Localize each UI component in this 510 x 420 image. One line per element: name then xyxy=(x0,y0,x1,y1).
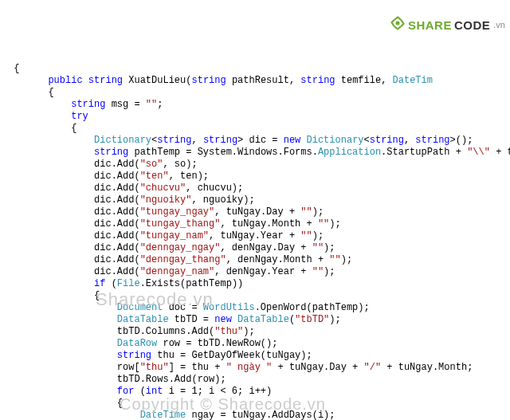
code-block: { public string XuatDuLieu(string pathRe… xyxy=(0,48,510,420)
recycle-icon xyxy=(379,3,406,46)
sharecode-logo: SHARECODE.vn xyxy=(379,3,505,46)
logo-share: SHARE xyxy=(408,19,452,31)
svg-point-0 xyxy=(395,22,399,26)
logo-code: CODE xyxy=(454,19,490,31)
logo-vn: .vn xyxy=(493,19,505,31)
